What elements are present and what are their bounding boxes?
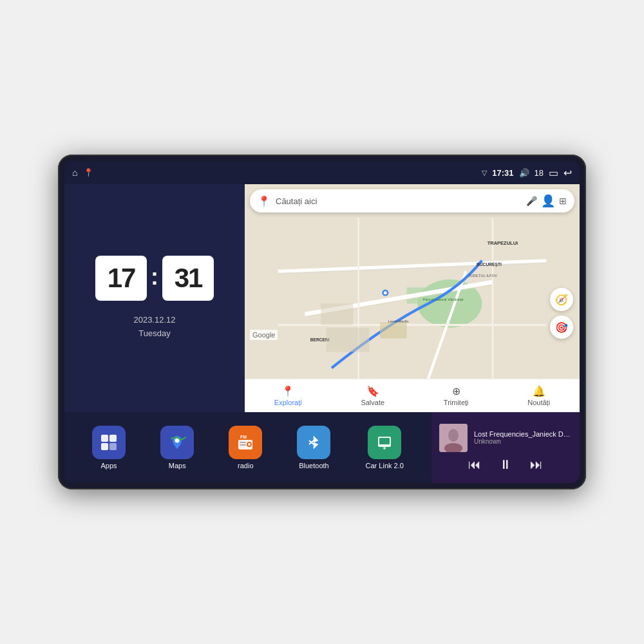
volume-level: 18: [535, 168, 544, 178]
svg-rect-22: [101, 435, 108, 442]
mic-icon[interactable]: 🎤: [526, 196, 537, 206]
clock-minute: 31: [162, 256, 214, 301]
svg-rect-23: [109, 435, 117, 442]
map-nav-send[interactable]: ⊕ Trimiteți: [444, 385, 469, 406]
svg-rect-36: [379, 438, 390, 444]
carlink-label: Car Link 2.0: [366, 462, 404, 469]
screen: ⌂ 📍 ▽ 17:31 🔊 18 ▭ ↩ 17 :: [64, 161, 580, 483]
send-icon: ⊕: [452, 385, 460, 397]
saved-label: Salvate: [361, 399, 384, 406]
volume-icon: 🔊: [519, 168, 529, 178]
status-time: 17:31: [492, 168, 513, 178]
map-compass-button[interactable]: 🧭: [550, 288, 573, 311]
map-bottom-nav: 📍 Explorați 🔖 Salvate ⊕ Trimiteți 🔔: [245, 379, 580, 412]
next-button[interactable]: ⏭: [530, 457, 543, 472]
day-value: Tuesday: [133, 327, 175, 341]
status-bar: ⌂ 📍 ▽ 17:31 🔊 18 ▭ ↩: [64, 161, 580, 184]
app-item-maps[interactable]: Maps: [160, 426, 194, 469]
svg-text:Parcul Natural Văcărești: Parcul Natural Văcărești: [423, 298, 464, 301]
clock-panel: 17 : 31 2023.12.12 Tuesday: [64, 184, 245, 412]
svg-point-29: [248, 443, 251, 446]
apps-icon: [92, 426, 126, 459]
bottom-section: Apps Maps: [64, 412, 580, 483]
svg-rect-19: [327, 328, 370, 352]
prev-button[interactable]: ⏮: [468, 457, 481, 472]
music-panel: Lost Frequencies_Janieck Devy-... Unknow…: [431, 412, 580, 483]
map-panel[interactable]: 📍 Căutați aici 🎤 👤 ⊞: [245, 184, 580, 412]
account-icon[interactable]: 👤: [541, 194, 555, 208]
bluetooth-label: Bluetooth: [299, 462, 328, 469]
svg-point-40: [448, 429, 459, 442]
svg-text:BUCUREȘTI: BUCUREȘTI: [477, 262, 502, 267]
maps-label: Maps: [169, 462, 186, 469]
battery-icon: ▭: [549, 167, 558, 179]
grid-icon[interactable]: ⊞: [559, 196, 567, 206]
date-value: 2023.12.12: [133, 314, 175, 327]
explore-icon: 📍: [281, 385, 294, 397]
map-search-actions: 🎤 👤 ⊞: [526, 194, 567, 208]
news-icon: 🔔: [533, 385, 545, 397]
svg-rect-30: [240, 442, 246, 443]
svg-text:FM: FM: [240, 435, 247, 439]
music-controls: ⏮ ⏸ ⏭: [439, 457, 572, 472]
status-right: ▽ 17:31 🔊 18 ▭ ↩: [482, 167, 572, 179]
music-artist: Unknown: [474, 438, 572, 445]
carlink-icon: [368, 426, 401, 459]
send-label: Trimiteți: [444, 399, 469, 406]
music-title: Lost Frequencies_Janieck Devy-...: [474, 430, 572, 438]
app-item-apps[interactable]: Apps: [92, 426, 126, 469]
svg-rect-18: [321, 303, 353, 325]
map-area: TRAPEZULUI BUCUREȘTI JUDEȚUL ILFOV BERCE…: [245, 218, 580, 379]
news-label: Noutăți: [527, 399, 550, 406]
radio-icon: FM: [229, 426, 262, 459]
map-location-button[interactable]: 🎯: [550, 316, 573, 339]
map-search-text[interactable]: Căutați aici: [276, 196, 521, 206]
explore-label: Explorați: [274, 399, 302, 406]
music-info: Lost Frequencies_Janieck Devy-... Unknow…: [439, 424, 572, 452]
map-pin-icon: 📍: [258, 195, 270, 207]
svg-rect-25: [109, 443, 117, 450]
bt-icon: [297, 426, 330, 459]
map-nav-explore[interactable]: 📍 Explorați: [274, 385, 302, 406]
home-icon[interactable]: ⌂: [72, 167, 77, 178]
saved-icon: 🔖: [366, 385, 379, 397]
map-search-bar[interactable]: 📍 Căutați aici 🎤 👤 ⊞: [250, 189, 574, 213]
radio-label: radio: [238, 462, 253, 469]
apps-label: Apps: [101, 462, 117, 469]
app-item-radio[interactable]: FM radio: [229, 426, 262, 469]
svg-point-37: [383, 447, 386, 450]
map-nav-saved[interactable]: 🔖 Salvate: [361, 385, 384, 406]
music-thumbnail: [439, 424, 468, 452]
apps-section: Apps Maps: [64, 412, 431, 483]
google-logo: Google: [250, 330, 278, 340]
main-content: 17 : 31 2023.12.12 Tuesday 📍 Căutați aic…: [64, 184, 580, 483]
maps-icon: [160, 426, 194, 459]
status-left: ⌂ 📍: [72, 167, 93, 178]
app-item-bluetooth[interactable]: Bluetooth: [297, 426, 330, 469]
svg-rect-17: [380, 323, 407, 339]
svg-point-21: [384, 291, 387, 294]
top-section: 17 : 31 2023.12.12 Tuesday 📍 Căutați aic…: [64, 184, 580, 412]
music-text: Lost Frequencies_Janieck Devy-... Unknow…: [474, 430, 572, 445]
back-icon[interactable]: ↩: [564, 167, 572, 179]
clock-display: 17 : 31: [95, 256, 214, 301]
signal-icon: ▽: [482, 169, 487, 177]
play-pause-button[interactable]: ⏸: [499, 457, 512, 472]
app-item-carlink[interactable]: Car Link 2.0: [366, 426, 404, 469]
svg-rect-24: [101, 443, 108, 450]
clock-colon: :: [151, 263, 158, 290]
svg-text:TRAPEZULUI: TRAPEZULUI: [488, 240, 518, 246]
svg-text:JUDEȚUL ILFOV: JUDEȚUL ILFOV: [469, 274, 498, 278]
date-display: 2023.12.12 Tuesday: [133, 314, 175, 341]
device: ⌂ 📍 ▽ 17:31 🔊 18 ▭ ↩ 17 :: [58, 155, 586, 489]
location-status-icon[interactable]: 📍: [84, 168, 93, 177]
svg-rect-31: [240, 444, 246, 446]
map-nav-news[interactable]: 🔔 Noutăți: [527, 385, 550, 406]
clock-hour: 17: [95, 256, 147, 301]
